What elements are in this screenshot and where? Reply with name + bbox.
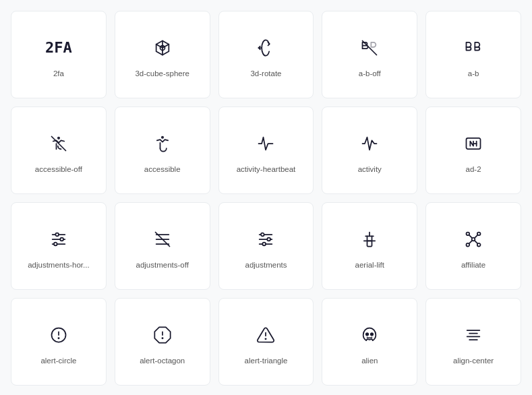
a-b-off-label: a-b-off bbox=[359, 69, 381, 78]
accessible-off-label: accessible-off bbox=[35, 165, 82, 173]
3d-rotate-label: 3d-rotate bbox=[250, 69, 281, 78]
affiliate-label: affiliate bbox=[461, 261, 485, 269]
svg-point-9 bbox=[55, 233, 59, 237]
svg-point-11 bbox=[54, 243, 57, 246]
alien-icon bbox=[360, 323, 379, 347]
icon-card-alien[interactable]: alien bbox=[322, 298, 417, 386]
icon-card-align-center[interactable]: align-center bbox=[425, 298, 521, 386]
icon-card-a-b[interactable]: a-b bbox=[425, 11, 521, 98]
svg-point-10 bbox=[60, 238, 63, 241]
icon-card-accessible[interactable]: accessible bbox=[115, 107, 210, 194]
alert-triangle-label: alert-triangle bbox=[245, 357, 288, 365]
svg-point-4 bbox=[162, 137, 163, 138]
adjustments-off-icon bbox=[153, 227, 172, 251]
svg-line-31 bbox=[475, 241, 477, 243]
activity-heartbeat-label: activity-heartbeat bbox=[237, 165, 296, 173]
icon-card-adjustments-horizontal[interactable]: adjustments-hor... bbox=[11, 202, 107, 290]
svg-point-27 bbox=[477, 243, 481, 247]
svg-point-40 bbox=[366, 333, 369, 336]
svg-line-30 bbox=[469, 241, 472, 243]
icon-card-3d-cube-sphere[interactable]: 3d-cube-sphere bbox=[115, 11, 210, 98]
svg-point-2 bbox=[58, 138, 59, 139]
affiliate-icon bbox=[464, 227, 483, 251]
a-b-off-icon bbox=[360, 36, 379, 60]
icon-card-adjustments-off[interactable]: adjustments-off bbox=[115, 202, 210, 290]
icon-card-alert-octagon[interactable]: alert-octagon bbox=[115, 298, 210, 386]
icon-card-activity[interactable]: activity bbox=[322, 107, 417, 194]
align-center-label: align-center bbox=[453, 357, 494, 365]
alien-label: alien bbox=[361, 357, 378, 365]
adjustments-horizontal-label: adjustments-hor... bbox=[28, 261, 89, 269]
icon-card-activity-heartbeat[interactable]: activity-heartbeat bbox=[218, 107, 314, 194]
3d-cube-sphere-label: 3d-cube-sphere bbox=[135, 69, 189, 78]
3d-cube-sphere-icon bbox=[153, 36, 172, 60]
ad-2-label: ad-2 bbox=[466, 165, 481, 173]
align-center-icon bbox=[464, 323, 483, 347]
svg-point-23 bbox=[472, 238, 475, 241]
svg-point-20 bbox=[268, 238, 271, 241]
alert-triangle-icon bbox=[256, 323, 275, 347]
icon-card-3d-rotate[interactable]: 3d-rotate bbox=[218, 11, 314, 98]
adjustments-label: adjustments bbox=[245, 261, 287, 269]
icon-card-alert-circle[interactable]: alert-circle bbox=[11, 298, 107, 386]
svg-point-25 bbox=[477, 233, 481, 236]
a-b-icon bbox=[464, 36, 483, 60]
svg-point-19 bbox=[261, 233, 264, 237]
icon-grid: 2FA2fa3d-cube-sphere3d-rotatea-b-offa-ba… bbox=[0, 0, 532, 395]
icon-card-alert-triangle[interactable]: alert-triangle bbox=[218, 298, 314, 386]
svg-point-21 bbox=[263, 243, 266, 246]
svg-line-28 bbox=[469, 235, 472, 238]
2fa-label: 2fa bbox=[53, 69, 64, 78]
icon-card-ad-2[interactable]: ad-2 bbox=[425, 107, 521, 194]
icon-card-accessible-off[interactable]: accessible-off bbox=[11, 107, 107, 194]
alert-octagon-icon bbox=[153, 323, 172, 347]
icon-card-2fa[interactable]: 2FA2fa bbox=[11, 11, 107, 98]
accessible-off-icon bbox=[49, 131, 68, 156]
alert-octagon-label: alert-octagon bbox=[140, 357, 185, 365]
icon-card-a-b-off[interactable]: a-b-off bbox=[322, 11, 417, 98]
svg-rect-22 bbox=[367, 241, 372, 246]
adjustments-icon bbox=[256, 227, 275, 251]
ad-2-icon bbox=[464, 131, 483, 156]
svg-point-41 bbox=[371, 333, 374, 336]
svg-point-24 bbox=[467, 233, 470, 236]
accessible-label: accessible bbox=[144, 165, 181, 173]
icon-card-affiliate[interactable]: affiliate bbox=[425, 202, 521, 290]
icon-card-aerial-lift[interactable]: aerial-lift bbox=[322, 202, 417, 290]
aerial-lift-label: aerial-lift bbox=[355, 261, 384, 269]
activity-heartbeat-icon bbox=[256, 131, 275, 156]
icon-card-adjustments[interactable]: adjustments bbox=[218, 202, 314, 290]
svg-line-29 bbox=[475, 235, 477, 238]
alert-circle-icon bbox=[49, 323, 68, 347]
2fa-icon: 2FA bbox=[45, 36, 72, 60]
accessible-icon bbox=[153, 131, 172, 156]
adjustments-off-label: adjustments-off bbox=[136, 261, 188, 269]
aerial-lift-icon bbox=[360, 227, 379, 251]
adjustments-horizontal-icon bbox=[49, 227, 68, 251]
activity-icon bbox=[360, 131, 379, 156]
svg-point-26 bbox=[467, 243, 470, 247]
alert-circle-label: alert-circle bbox=[40, 357, 76, 365]
activity-label: activity bbox=[358, 165, 382, 173]
3d-rotate-icon bbox=[256, 36, 275, 60]
a-b-label: a-b bbox=[468, 69, 479, 78]
